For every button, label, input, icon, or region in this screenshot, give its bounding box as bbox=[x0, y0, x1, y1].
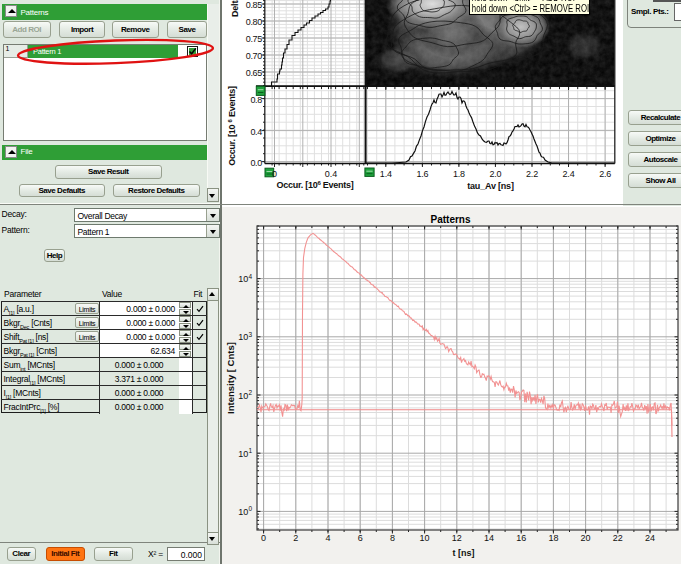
svg-text:Patterns: Patterns bbox=[430, 214, 470, 225]
svg-text:10: 10 bbox=[420, 533, 430, 543]
svg-text:2.0: 2.0 bbox=[489, 169, 501, 179]
svg-text:102: 102 bbox=[238, 389, 252, 401]
svg-text:0.4: 0.4 bbox=[325, 169, 338, 179]
svg-text:2.4: 2.4 bbox=[563, 169, 575, 179]
svg-text:18: 18 bbox=[548, 533, 558, 543]
svg-text:4: 4 bbox=[325, 533, 330, 543]
svg-text:101: 101 bbox=[238, 447, 252, 459]
svg-text:0.65: 0.65 bbox=[246, 68, 263, 78]
svg-text:tau_Av [ns]: tau_Av [ns] bbox=[467, 181, 514, 191]
svg-text:Delta_Av [ns]: Delta_Av [ns] bbox=[230, 0, 240, 17]
svg-text:104: 104 bbox=[238, 273, 252, 285]
svg-text:Occur. [10 6 Events]: Occur. [10 6 Events] bbox=[227, 86, 237, 166]
svg-text:1.8: 1.8 bbox=[453, 169, 465, 179]
svg-text:2: 2 bbox=[293, 533, 298, 543]
svg-text:12: 12 bbox=[452, 533, 462, 543]
svg-text:0.75: 0.75 bbox=[246, 34, 263, 44]
svg-text:1.4: 1.4 bbox=[380, 169, 392, 179]
svg-text:6: 6 bbox=[358, 533, 363, 543]
svg-text:14: 14 bbox=[484, 533, 494, 543]
svg-text:0: 0 bbox=[261, 533, 266, 543]
svg-text:100: 100 bbox=[238, 505, 252, 517]
svg-text:22: 22 bbox=[613, 533, 623, 543]
svg-text:Occur. [106 Events]: Occur. [106 Events] bbox=[276, 180, 353, 190]
svg-text:24: 24 bbox=[645, 533, 655, 543]
svg-text:2.6: 2.6 bbox=[599, 169, 611, 179]
svg-text:Intensity [ Cnts]: Intensity [ Cnts] bbox=[225, 342, 236, 414]
svg-text:20: 20 bbox=[581, 533, 591, 543]
svg-text:8: 8 bbox=[390, 533, 395, 543]
svg-text:0.80: 0.80 bbox=[246, 17, 263, 27]
svg-text:0: 0 bbox=[272, 169, 277, 179]
svg-text:0.0: 0.0 bbox=[250, 158, 262, 168]
svg-text:0.8: 0.8 bbox=[250, 95, 262, 105]
svg-text:2.2: 2.2 bbox=[526, 169, 538, 179]
svg-text:0.70: 0.70 bbox=[246, 51, 263, 61]
svg-text:0.4: 0.4 bbox=[250, 127, 262, 137]
svg-text:103: 103 bbox=[238, 331, 252, 343]
svg-text:16: 16 bbox=[516, 533, 526, 543]
svg-text:t [ns]: t [ns] bbox=[453, 548, 475, 558]
svg-text:0.85: 0.85 bbox=[246, 0, 263, 10]
svg-text:1.6: 1.6 bbox=[416, 169, 428, 179]
